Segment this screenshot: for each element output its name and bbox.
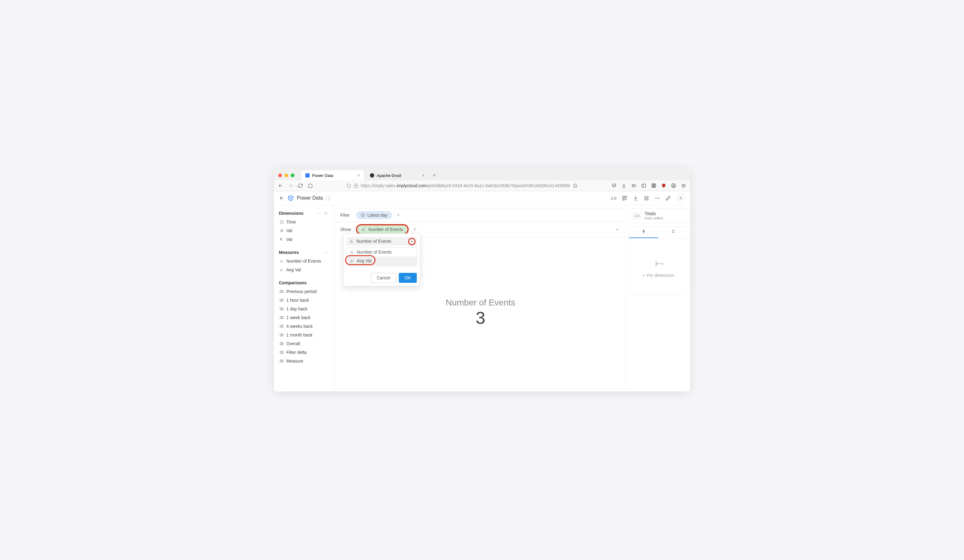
comparison-item[interactable]: Measure (277, 357, 330, 365)
tab-close-icon[interactable]: × (422, 173, 425, 178)
measure-dropdown[interactable]: Number of Events (347, 237, 417, 245)
more-icon[interactable] (655, 196, 660, 201)
menu-icon[interactable] (681, 183, 686, 188)
svg-point-13 (657, 198, 658, 199)
svg-rect-4 (655, 184, 656, 187)
measures-more-icon[interactable]: ⋯ (324, 250, 328, 255)
clock-icon (361, 213, 365, 217)
dimension-item-val[interactable]: Val (277, 226, 330, 235)
back-button[interactable] (278, 183, 283, 188)
add-panel-icon[interactable] (622, 196, 627, 201)
dimension-item-time[interactable]: Time (277, 218, 330, 226)
svg-rect-21 (282, 299, 283, 302)
svg-rect-8 (625, 196, 627, 198)
comparison-item[interactable]: 4 weeks back (277, 322, 330, 331)
option-label: Avg Val (357, 258, 371, 263)
library-icon[interactable] (631, 183, 637, 188)
pin-tab-pin[interactable] (629, 227, 658, 238)
browser-tab-inactive[interactable]: Apache Druid × (366, 170, 428, 180)
comparison-item[interactable]: 1 week back (277, 313, 330, 322)
edit-icon[interactable] (666, 196, 671, 201)
show-pill-number-of-events[interactable]: Number of Events (356, 224, 409, 234)
right-rail: 123 Totals Auto select + (628, 205, 690, 391)
text-icon: A (280, 237, 284, 242)
compare-icon (280, 298, 284, 302)
profile-icon[interactable] (671, 183, 676, 188)
traffic-lights (278, 174, 295, 177)
dropdown-option-number-of-events[interactable]: Number of Events (347, 248, 417, 256)
totals-subtitle: Auto select (645, 216, 663, 221)
reload-button[interactable] (298, 183, 303, 188)
pin-icon (649, 252, 668, 271)
url-bar[interactable]: https://imply-sales.implycloud.com/p/e5d… (317, 183, 607, 188)
totals-card[interactable]: 123 Totals Auto select (629, 208, 688, 223)
tab-title: Power Data (312, 173, 333, 178)
filter-pill-latest-day[interactable]: Latest day (356, 211, 392, 219)
plus-icon: + (643, 273, 645, 278)
show-row-expand-icon[interactable] (615, 227, 621, 232)
dimension-item-var[interactable]: AVar (277, 235, 330, 243)
new-tab-button[interactable]: + (431, 172, 438, 179)
svg-rect-0 (354, 185, 358, 187)
dimensions-search-icon[interactable] (324, 211, 328, 216)
comparison-item[interactable]: Previous period (277, 287, 330, 296)
pin-tab-other[interactable] (658, 227, 688, 238)
download-data-icon[interactable] (633, 196, 638, 201)
forward-button[interactable] (288, 183, 293, 188)
add-filter-button[interactable]: + (396, 212, 402, 219)
home-button[interactable] (308, 183, 313, 188)
svg-point-6 (673, 185, 674, 186)
svg-rect-23 (282, 308, 283, 310)
tab-close-icon[interactable]: × (357, 173, 360, 178)
dimensions-more-icon[interactable]: ⋯ (317, 211, 321, 216)
comparison-item[interactable]: 1 month back (277, 331, 330, 339)
add-measure-button[interactable]: + (412, 226, 418, 233)
lock-icon (354, 183, 358, 188)
dimensions-section: Dimensions ⋯ Time Val AVar (277, 209, 330, 243)
ublock-icon[interactable] (661, 183, 666, 188)
measure-item-number-of-events[interactable]: Number of Events (277, 257, 330, 265)
pocket-icon[interactable] (611, 183, 617, 188)
hash-icon (280, 229, 284, 233)
svg-rect-10 (645, 196, 648, 197)
comparison-item[interactable]: 1 day back (277, 305, 330, 313)
bar-icon (350, 250, 354, 254)
svg-rect-26 (280, 325, 282, 328)
svg-rect-29 (282, 334, 283, 336)
extension-icon[interactable] (651, 183, 656, 188)
download-icon[interactable] (621, 183, 627, 188)
option-label: Number of Events (357, 250, 392, 255)
dropdown-chevron-highlight[interactable] (408, 238, 415, 245)
comparison-item[interactable]: Filter delta (277, 348, 330, 357)
svg-rect-34 (280, 360, 282, 362)
bookmark-star-icon[interactable] (573, 183, 578, 188)
info-icon[interactable]: i (326, 196, 331, 201)
measure-item-avg-val[interactable]: Avg Val (277, 265, 330, 274)
share-icon[interactable] (644, 196, 649, 201)
svg-rect-30 (280, 343, 282, 345)
maximize-window-button[interactable] (291, 174, 295, 177)
comparison-item[interactable]: Overall (277, 339, 330, 348)
compare-icon (280, 333, 284, 337)
cancel-button[interactable]: Cancel (371, 273, 396, 283)
comparison-label: Measure (287, 359, 303, 364)
totals-title: Totals (645, 211, 663, 216)
comparison-item[interactable]: 1 hour back (277, 296, 330, 305)
show-label: Show (340, 227, 352, 232)
user-avatar[interactable] (676, 194, 685, 202)
minimize-window-button[interactable] (285, 174, 288, 177)
compare-icon (280, 289, 284, 294)
pin-dimension-button[interactable]: + Pin dimension (643, 273, 674, 278)
sidebar-icon[interactable] (641, 183, 646, 188)
app-back-button[interactable] (279, 195, 285, 201)
ok-button[interactable]: OK (399, 273, 417, 283)
dimension-label: Var (287, 237, 293, 242)
svg-point-12 (655, 198, 656, 199)
close-window-button[interactable] (278, 174, 282, 177)
dropdown-option-avg-val[interactable]: Avg Val (347, 256, 417, 265)
comparison-label: 1 day back (287, 307, 308, 312)
filter-label: Filter (340, 213, 352, 218)
app-body: Dimensions ⋯ Time Val AVar Measures ⋯ (274, 205, 690, 391)
url-text: https://imply-sales.implycloud.com/p/e5d… (361, 183, 570, 188)
browser-tab-active[interactable]: Power Data × (301, 170, 364, 180)
